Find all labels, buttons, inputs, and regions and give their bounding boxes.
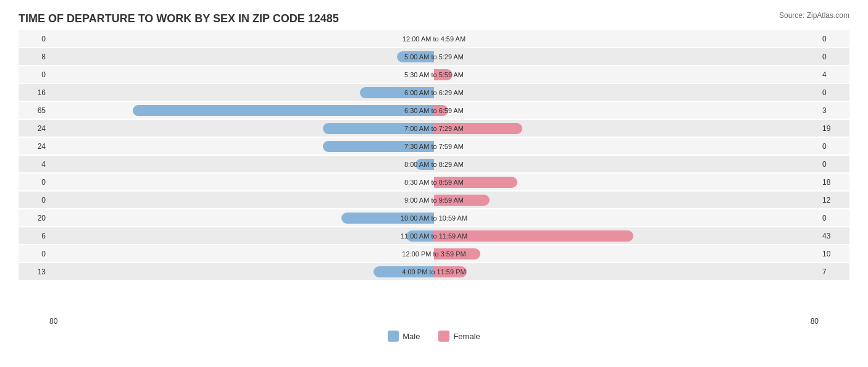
bars-center: 6:00 AM to 6:29 AM: [49, 84, 819, 101]
male-value-label: 4: [19, 160, 49, 169]
female-bar: [434, 266, 467, 277]
female-bar: [434, 195, 490, 206]
chart-row: 656:30 AM to 6:59 AM3: [19, 102, 849, 119]
chart-row: 2010:00 AM to 10:59 AM0: [19, 209, 849, 226]
female-bar: [434, 123, 522, 134]
female-bar: [434, 177, 517, 188]
axis-label-right: 80: [811, 317, 819, 326]
chart-row: 134:00 PM to 11:59 PM7: [19, 263, 849, 280]
legend-male: Male: [388, 331, 420, 342]
source-text: Source: ZipAtlas.com: [779, 11, 849, 20]
bars-center: 4:00 PM to 11:59 PM: [49, 263, 819, 280]
female-value-label: 19: [819, 124, 849, 133]
bars-center: 7:30 AM to 7:59 AM: [49, 138, 819, 154]
time-label: 12:00 AM to 4:59 AM: [403, 35, 465, 43]
female-value-label: 0: [819, 160, 849, 169]
female-value-label: 4: [819, 70, 849, 79]
bars-center: 8:00 AM to 8:29 AM: [49, 156, 819, 172]
female-bar-wrapper: [434, 266, 467, 277]
male-value-label: 13: [19, 268, 49, 276]
male-value-label: 6: [19, 232, 49, 240]
male-value-label: 0: [19, 250, 49, 258]
male-bar: [406, 230, 434, 242]
female-bar-wrapper: [434, 195, 490, 206]
female-bar-wrapper: [434, 105, 448, 116]
bars-center: 6:30 AM to 6:59 AM: [49, 102, 819, 119]
chart-row: 611:00 AM to 11:59 AM43: [19, 227, 849, 244]
female-value-label: 0: [819, 53, 849, 61]
female-value-label: 0: [819, 88, 849, 97]
chart-row: 05:30 AM to 5:59 AM4: [19, 66, 849, 83]
male-bar-wrapper: [360, 87, 434, 98]
female-value-label: 7: [819, 268, 849, 276]
male-value-label: 65: [19, 106, 49, 115]
male-value-label: 0: [19, 196, 49, 205]
male-bar: [323, 141, 434, 152]
male-value-label: 24: [19, 142, 49, 151]
chart-title: TIME OF DEPARTURE TO WORK BY SEX IN ZIP …: [19, 12, 849, 25]
male-value-label: 20: [19, 214, 49, 222]
legend-female-color: [438, 331, 449, 342]
time-label: 8:00 AM to 8:29 AM: [404, 161, 464, 168]
chart-row: 08:30 AM to 8:59 AM18: [19, 174, 849, 190]
male-value-label: 0: [19, 35, 49, 43]
chart-row: 48:00 AM to 8:29 AM0: [19, 156, 849, 172]
chart-row: 247:30 AM to 7:59 AM0: [19, 138, 849, 154]
male-bar: [415, 159, 434, 170]
chart-row: 247:00 AM to 7:29 AM19: [19, 120, 849, 137]
female-value-label: 18: [819, 178, 849, 187]
female-value-label: 3: [819, 106, 849, 115]
bars-center: 5:30 AM to 5:59 AM: [49, 66, 819, 83]
chart-row: 85:00 AM to 5:29 AM0: [19, 48, 849, 65]
male-bar-wrapper: [406, 230, 434, 242]
male-bar: [360, 87, 434, 98]
legend-male-label: Male: [403, 332, 420, 341]
female-value-label: 12: [819, 196, 849, 205]
female-bar-wrapper: [434, 123, 522, 134]
female-bar-wrapper: [434, 177, 517, 188]
male-bar: [373, 266, 434, 277]
male-bar-wrapper: [415, 159, 434, 170]
chart-row: 166:00 AM to 6:29 AM0: [19, 84, 849, 101]
chart-area: 012:00 AM to 4:59 AM085:00 AM to 5:29 AM…: [19, 30, 849, 314]
male-value-label: 0: [19, 178, 49, 187]
female-bar-wrapper: [434, 230, 633, 242]
female-bar-wrapper: [434, 248, 480, 259]
male-bar-wrapper: [323, 123, 434, 134]
male-bar-wrapper: [373, 266, 434, 277]
female-bar: [434, 69, 453, 80]
bars-center: 12:00 AM to 4:59 AM: [49, 30, 819, 47]
female-value-label: 0: [819, 214, 849, 222]
chart-row: 012:00 AM to 4:59 AM0: [19, 30, 849, 47]
female-value-label: 10: [819, 250, 849, 258]
bars-center: 10:00 AM to 10:59 AM: [49, 209, 819, 226]
male-bar: [323, 123, 434, 134]
axis-bottom: 80 80: [19, 317, 849, 326]
female-value-label: 0: [819, 35, 849, 43]
bars-center: 11:00 AM to 11:59 AM: [49, 227, 819, 244]
bars-center: 8:30 AM to 8:59 AM: [49, 174, 819, 190]
male-bar-wrapper: [323, 141, 434, 152]
female-bar-wrapper: [434, 69, 453, 80]
legend-male-color: [388, 331, 399, 342]
male-value-label: 0: [19, 70, 49, 79]
bars-center: 12:00 PM to 3:59 PM: [49, 245, 819, 262]
chart-row: 012:00 PM to 3:59 PM10: [19, 245, 849, 262]
male-bar: [341, 213, 434, 224]
chart-row: 09:00 AM to 9:59 AM12: [19, 192, 849, 208]
male-bar: [133, 105, 434, 116]
legend-female-label: Female: [453, 332, 480, 341]
chart-container: TIME OF DEPARTURE TO WORK BY SEX IN ZIP …: [0, 0, 868, 367]
male-bar-wrapper: [133, 105, 434, 116]
bars-center: 5:00 AM to 5:29 AM: [49, 48, 819, 65]
female-value-label: 0: [819, 142, 849, 151]
female-bar: [434, 230, 633, 242]
male-value-label: 16: [19, 88, 49, 97]
male-bar-wrapper: [341, 213, 434, 224]
bars-center: 7:00 AM to 7:29 AM: [49, 120, 819, 137]
male-bar: [397, 51, 434, 62]
female-value-label: 43: [819, 232, 849, 240]
axis-label-left: 80: [49, 317, 57, 326]
male-value-label: 8: [19, 53, 49, 61]
female-bar: [434, 248, 480, 259]
